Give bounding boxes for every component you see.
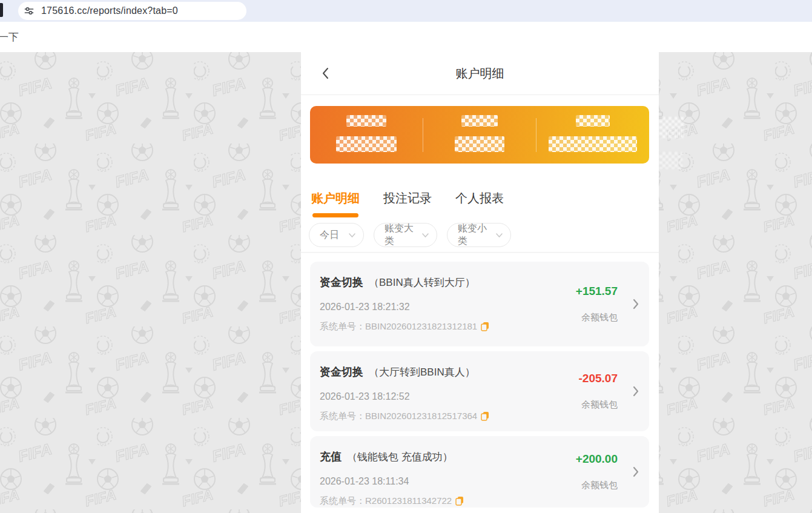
copy-icon <box>481 411 489 421</box>
page-top-strip: 一下 <box>0 22 812 52</box>
censored-value <box>455 136 504 152</box>
transaction-right: +151.57 余额钱包 <box>576 262 618 346</box>
filter-date-label: 今日 <box>320 229 339 242</box>
wallet-label: 余额钱包 <box>581 312 618 323</box>
censor-artifact <box>659 117 684 139</box>
transaction-card[interactable]: 资金切换（BBIN真人转到大厅） 2026-01-23 18:21:32 系统单… <box>310 262 649 346</box>
copy-button[interactable] <box>455 496 464 506</box>
tab-account-detail[interactable]: 账户明细 <box>311 190 360 213</box>
serial-number: BBIN202601231812517364 <box>365 411 477 422</box>
chevron-right-icon <box>633 466 639 477</box>
censored-label <box>346 115 386 127</box>
report-tabs: 账户明细 投注记录 个人报表 <box>311 190 504 213</box>
transaction-amount: -205.07 <box>579 372 618 385</box>
transaction-datetime: 2026-01-23 18:12:52 <box>320 391 591 402</box>
serial-number: BBIN202601231821312181 <box>365 321 477 332</box>
summary-column <box>310 106 423 164</box>
copy-icon <box>455 496 464 506</box>
censored-value <box>549 136 637 152</box>
chevron-down-icon <box>496 233 503 237</box>
censored-value <box>336 136 397 152</box>
copy-button[interactable] <box>481 411 489 421</box>
chevron-down-icon <box>422 233 429 237</box>
panel-header: 账户明细 <box>301 52 659 95</box>
copy-icon <box>481 322 489 331</box>
window-edge <box>0 3 3 17</box>
page-corner-text: 一下 <box>0 30 19 44</box>
section-divider <box>301 252 659 253</box>
transaction-right: -205.07 余额钱包 <box>579 351 618 431</box>
censored-label <box>461 115 498 127</box>
serial-number: R2601231811342722 <box>365 495 452 506</box>
browser-toolbar: 175616.cc/reports/index?tab=0 <box>0 0 812 22</box>
filter-minor-type-dropdown[interactable]: 账变小类 <box>447 223 511 247</box>
tab-personal-report[interactable]: 个人报表 <box>455 190 504 213</box>
transaction-right: +200.00 余额钱包 <box>576 436 618 508</box>
transaction-datetime: 2026-01-23 18:11:34 <box>320 475 591 487</box>
transaction-amount: +151.57 <box>576 285 618 298</box>
transaction-detail: （BBIN真人转到大厅） <box>369 277 475 288</box>
transaction-type: 资金切换 <box>320 276 363 288</box>
wallet-label: 余额钱包 <box>581 399 618 411</box>
filter-major-type-label: 账变大类 <box>385 222 422 248</box>
transaction-card[interactable]: 充值（钱能钱包 充值成功） 2026-01-23 18:11:34 系统单号： … <box>310 436 649 508</box>
summary-column <box>536 106 649 164</box>
transaction-serial-row: 系统单号： BBIN202601231812517364 <box>320 411 591 422</box>
copy-button[interactable] <box>481 322 489 331</box>
account-panel: 账户明细 账户明细 投注记录 个人报表 <box>301 52 659 513</box>
transaction-detail: （钱能钱包 充值成功） <box>347 451 453 463</box>
transaction-type: 资金切换 <box>320 366 363 378</box>
filter-major-type-dropdown[interactable]: 账变大类 <box>374 223 437 247</box>
balance-summary-card <box>310 106 649 164</box>
chevron-down-icon <box>349 233 355 237</box>
transaction-datetime: 2026-01-23 18:21:32 <box>320 301 591 313</box>
transaction-detail: （大厅转到BBIN真人） <box>369 366 475 378</box>
screen: 175616.cc/reports/index?tab=0 一下 <box>0 0 812 513</box>
transaction-title: 资金切换（大厅转到BBIN真人） <box>320 365 591 380</box>
transaction-serial-row: 系统单号： BBIN202601231821312181 <box>320 321 591 332</box>
serial-label: 系统单号： <box>320 321 365 332</box>
page-title: 账户明细 <box>301 65 659 82</box>
transaction-serial-row: 系统单号： R2601231811342722 <box>320 495 591 506</box>
transaction-card[interactable]: 资金切换（大厅转到BBIN真人） 2026-01-23 18:12:52 系统单… <box>310 351 649 431</box>
filter-date-dropdown[interactable]: 今日 <box>309 223 364 247</box>
chevron-right-icon <box>633 386 639 397</box>
transaction-type: 充值 <box>320 451 342 463</box>
filter-row: 今日 账变大类 账变小类 <box>309 223 511 247</box>
url-text: 175616.cc/reports/index?tab=0 <box>41 5 178 16</box>
summary-column <box>423 106 536 164</box>
transaction-title: 资金切换（BBIN真人转到大厅） <box>320 275 591 290</box>
censor-artifact <box>659 152 682 169</box>
chevron-right-icon <box>633 299 639 309</box>
address-bar[interactable]: 175616.cc/reports/index?tab=0 <box>18 2 246 20</box>
wallet-label: 余额钱包 <box>581 480 618 491</box>
serial-label: 系统单号： <box>320 411 365 422</box>
site-settings-icon[interactable] <box>24 5 35 16</box>
transaction-list: 资金切换（BBIN真人转到大厅） 2026-01-23 18:21:32 系统单… <box>310 262 649 508</box>
transaction-amount: +200.00 <box>576 452 618 466</box>
transaction-title: 充值（钱能钱包 充值成功） <box>320 449 591 465</box>
filter-minor-type-label: 账变小类 <box>458 222 496 248</box>
tab-bet-records[interactable]: 投注记录 <box>383 190 432 213</box>
censored-label <box>576 115 610 127</box>
serial-label: 系统单号： <box>320 495 365 506</box>
